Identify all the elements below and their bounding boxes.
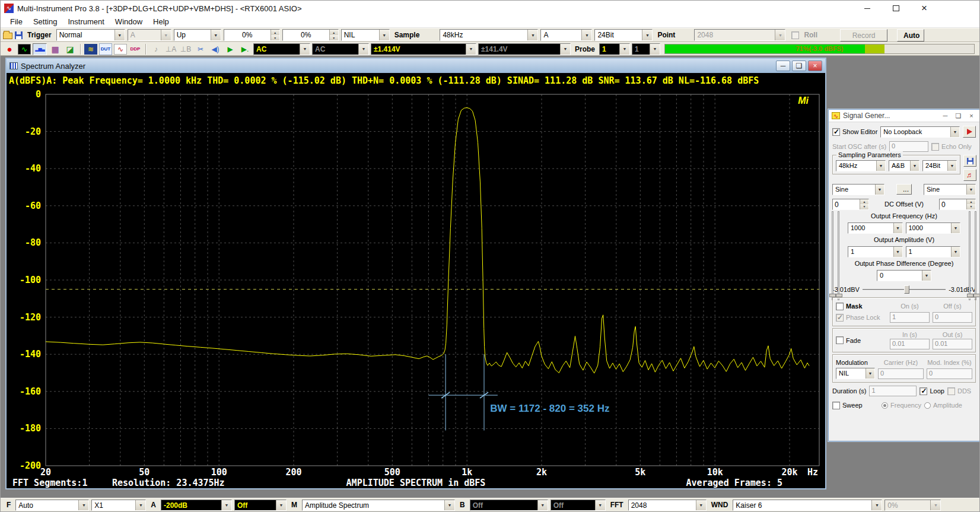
calibration-b-icon[interactable]: ⊥B [179, 43, 192, 55]
start-osc-input[interactable]: 0 [889, 141, 928, 152]
spin-down-icon[interactable] [330, 35, 338, 40]
dc-offset-b-spinner[interactable]: 0 [939, 199, 976, 210]
chevron-down-icon[interactable] [135, 500, 145, 510]
oscilloscope-icon[interactable]: ∿ [18, 44, 31, 55]
phase-combo[interactable]: 0 [877, 270, 931, 281]
fade-out-input[interactable]: 0.01 [933, 339, 972, 349]
amplitude-b-combo[interactable]: 1 [906, 246, 961, 257]
menu-setting[interactable]: Setting [28, 16, 62, 27]
carrier-input[interactable]: 0 [878, 368, 924, 379]
mode-combo[interactable]: Amplitude Spectrum [302, 500, 455, 511]
siggen-bits-combo[interactable]: 24Bit [922, 160, 957, 171]
siggen-channels-combo[interactable]: A&B [889, 160, 919, 171]
range-a-combo[interactable]: ±1.414V [371, 43, 476, 55]
chevron-down-icon[interactable] [893, 247, 902, 257]
amplitude-a-combo[interactable]: 1 [848, 246, 903, 257]
duration-input[interactable]: 1 [869, 386, 917, 396]
chevron-down-icon[interactable] [875, 185, 884, 195]
modulation-type-combo[interactable]: NIL [836, 368, 875, 379]
close-button[interactable] [917, 2, 932, 14]
spin-up-icon[interactable] [330, 30, 338, 35]
probe-a-combo[interactable]: 1 [599, 43, 630, 55]
loopback-combo[interactable]: No Loopback [880, 126, 960, 138]
b-range-combo[interactable]: Off [470, 500, 548, 511]
phase-lock-checkbox-box[interactable] [836, 314, 844, 322]
chevron-down-icon[interactable] [595, 500, 605, 510]
coupling-b-combo[interactable]: AC [312, 43, 369, 55]
chevron-down-icon[interactable] [650, 44, 660, 55]
mod-index-input[interactable]: 0 [927, 368, 972, 379]
chevron-down-icon[interactable] [910, 161, 919, 171]
chevron-down-icon[interactable] [966, 185, 975, 195]
chevron-down-icon[interactable] [893, 223, 902, 233]
range-b-combo[interactable]: ±141.4V [478, 43, 571, 55]
radio-icon[interactable] [882, 402, 888, 409]
mask-checkbox[interactable]: Mask [836, 303, 887, 310]
roll-checkbox-box[interactable] [791, 31, 799, 39]
siggen-rate-combo[interactable]: 48kHz [836, 160, 886, 171]
trigger-source-combo[interactable]: A [128, 29, 171, 41]
frequency-a-combo[interactable]: 1000 [848, 222, 903, 234]
device-test-plan-icon[interactable]: DUT [99, 43, 112, 55]
slider-handle[interactable] [904, 285, 909, 294]
dds-checkbox[interactable]: DDS [947, 387, 971, 395]
dc-offset-a-spinner[interactable]: 0 [832, 199, 869, 210]
frequency-b-combo[interactable]: 1000 [906, 222, 961, 234]
maximize-button[interactable] [888, 2, 903, 14]
chevron-down-icon[interactable] [537, 500, 548, 510]
chevron-down-icon[interactable] [951, 247, 960, 257]
sample-channel-combo[interactable]: A [540, 29, 592, 41]
x-multiplier-combo[interactable]: X1 [91, 500, 146, 511]
dds-checkbox-box[interactable] [947, 387, 955, 395]
fft-size-combo[interactable]: 2048 [628, 500, 707, 511]
trigger-edge-combo[interactable]: Up [174, 29, 221, 41]
mask-on-input[interactable]: 1 [890, 312, 930, 323]
record-button[interactable]: Record [840, 29, 887, 42]
chevron-down-icon[interactable] [775, 30, 785, 40]
mask-off-input[interactable]: 0 [933, 312, 972, 323]
chevron-down-icon[interactable] [866, 368, 874, 379]
chevron-down-icon[interactable] [871, 500, 882, 510]
chevron-down-icon[interactable] [951, 223, 960, 233]
siggen-minimize-button[interactable]: ─ [940, 112, 950, 120]
chevron-down-icon[interactable] [581, 30, 591, 40]
output-b-fine-slider[interactable] [975, 211, 976, 300]
mask-checkbox-box[interactable] [836, 303, 844, 310]
chevron-down-icon[interactable] [930, 500, 940, 510]
play-icon[interactable]: ▶ [224, 43, 237, 55]
ddp-viewer-icon[interactable]: DDP [129, 43, 142, 55]
spectrum-analyzer-icon[interactable]: ▂▅▃ [33, 43, 47, 55]
signal-generator-titlebar[interactable]: ∿ Signal Gener... ─ ❏ × [829, 110, 979, 122]
spin-down-icon[interactable] [860, 204, 868, 209]
multimeter-icon[interactable]: ▦ [49, 43, 62, 55]
chevron-down-icon[interactable] [444, 500, 454, 510]
loop-checkbox[interactable]: Loop [919, 387, 944, 395]
chevron-down-icon[interactable] [379, 30, 389, 40]
output-a-coarse-slider[interactable] [838, 211, 839, 300]
siggen-start-button[interactable] [963, 126, 976, 138]
output-a-fine-slider[interactable] [832, 211, 833, 300]
waveform-more-button[interactable]: ... [896, 184, 912, 195]
sweep-frequency-radio[interactable]: Frequency [882, 402, 921, 409]
probe-icon[interactable]: ✂ [194, 43, 207, 55]
spectrum-minimize-button[interactable]: ─ [776, 61, 790, 71]
fade-in-input[interactable]: 0.01 [890, 339, 930, 349]
chevron-down-icon[interactable] [78, 500, 88, 510]
chevron-down-icon[interactable] [560, 44, 570, 55]
chevron-down-icon[interactable] [619, 44, 629, 55]
spectrum-window-titlebar[interactable]: Spectrum Analyzer ─ ❏ × [7, 59, 825, 73]
play-loop-icon[interactable]: ▶. [238, 43, 252, 55]
speaker-icon[interactable]: ◀) [209, 43, 222, 55]
fade-checkbox[interactable]: Fade [836, 336, 887, 344]
chevron-down-icon[interactable] [527, 30, 537, 40]
sweep-checkbox-box[interactable] [832, 402, 840, 409]
derived-data-curve-icon[interactable]: ≋ [84, 44, 97, 55]
spin-down-icon[interactable] [271, 35, 279, 40]
menu-instrument[interactable]: Instrument [63, 16, 109, 27]
siggen-save-button[interactable] [963, 155, 976, 167]
spin-up-icon[interactable] [271, 30, 279, 35]
calibration-a-icon[interactable]: ⊥A [164, 43, 177, 55]
chevron-down-icon[interactable] [114, 30, 125, 40]
spectrum-plot[interactable]: 0-20-40-60-80-100-120-140-160-180-200205… [7, 89, 825, 479]
siggen-maximize-button[interactable]: ❏ [953, 112, 963, 120]
